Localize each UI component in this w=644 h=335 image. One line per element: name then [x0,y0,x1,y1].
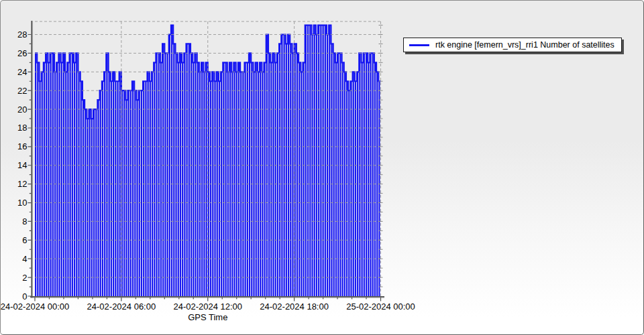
y-tick-label: 26 [17,48,27,58]
y-tick-label: 28 [17,29,27,40]
y-tick-label: 10 [17,198,27,208]
y-tick-label: 0 [22,291,27,302]
legend-line-sample [409,44,429,46]
x-tick-label: 25-02-2024 00:00 [346,302,415,312]
y-tick-label: 6 [22,235,27,245]
chart-window: 024681012141618202224262824-02-2024 00:0… [0,0,644,335]
y-tick-label: 12 [17,179,27,189]
y-tick-label: 24 [17,67,27,77]
y-tick-label: 4 [22,254,27,264]
y-tick-label: 20 [17,105,27,115]
x-tick-label: 24-02-2024 00:00 [1,302,69,312]
legend[interactable]: rtk engine [femern_vrs]_rri1 Number of s… [403,38,622,52]
y-tick-label: 2 [22,273,27,283]
x-tick-label: 24-02-2024 12:00 [173,302,242,312]
y-tick-label: 18 [17,123,27,133]
y-tick-label: 14 [17,160,27,170]
y-tick-label: 8 [22,216,27,226]
x-axis-title: GPS Time [188,312,227,322]
legend-label: rtk engine [femern_vrs]_rri1 Number of s… [435,40,614,50]
y-tick-label: 16 [17,141,27,151]
x-tick-label: 24-02-2024 18:00 [260,302,329,312]
x-tick-label: 24-02-2024 06:00 [87,302,156,312]
y-tick-label: 22 [17,86,27,96]
